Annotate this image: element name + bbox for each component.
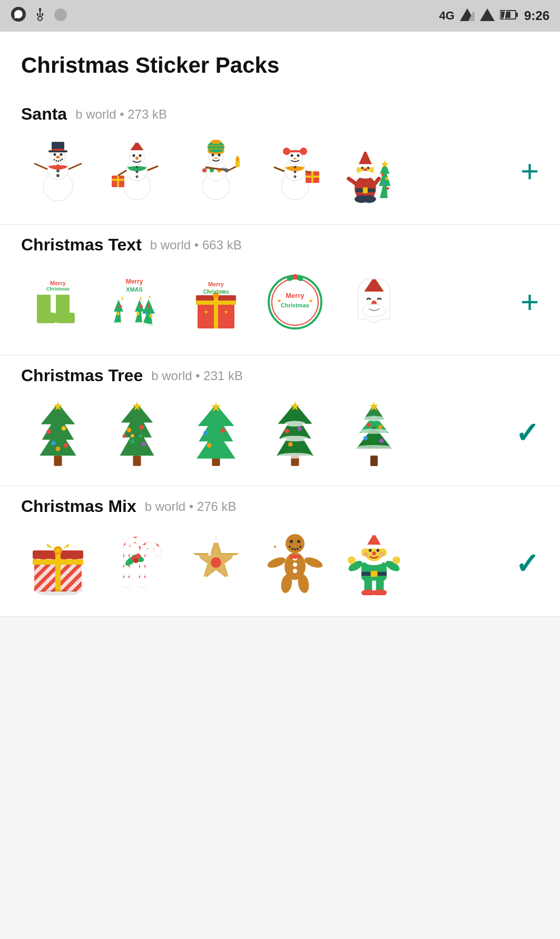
svg-point-106 (362, 195, 376, 203)
sticker-christmas-badge: Merry Christmas ✦ ✦ (258, 265, 332, 339)
svg-text:Merry: Merry (50, 280, 66, 286)
svg-point-237 (294, 548, 296, 550)
svg-rect-80 (306, 176, 319, 178)
svg-point-250 (373, 589, 387, 595)
empty-area (0, 617, 560, 939)
svg-point-167 (127, 428, 132, 432)
svg-point-161 (51, 441, 56, 446)
sticker-snowman3 (179, 134, 253, 208)
svg-line-45 (118, 170, 126, 176)
svg-rect-94 (363, 187, 368, 193)
svg-point-130 (110, 322, 129, 327)
svg-point-30 (56, 174, 60, 177)
pack-christmas-mix: Christmas Mix b world • 276 kB (0, 486, 560, 617)
svg-point-20 (54, 153, 56, 156)
svg-point-125 (147, 305, 150, 308)
pack-text-action[interactable]: + (520, 286, 539, 318)
svg-line-32 (68, 163, 82, 169)
svg-point-49 (136, 176, 139, 178)
circle-icon (54, 8, 67, 24)
svg-point-123 (140, 305, 143, 308)
svg-point-262 (371, 532, 376, 535)
svg-point-179 (207, 443, 212, 448)
svg-point-90 (382, 182, 386, 185)
pack-santa-name: Santa (21, 104, 67, 124)
svg-text:Christmas: Christmas (46, 286, 70, 292)
svg-point-59 (218, 154, 221, 157)
svg-marker-117 (135, 299, 144, 323)
svg-rect-5 (42, 13, 43, 16)
svg-point-187 (285, 429, 290, 433)
svg-point-242 (293, 569, 297, 573)
svg-rect-261 (365, 545, 384, 548)
svg-point-83 (294, 166, 297, 169)
pack-mix-action: ✓ (515, 547, 539, 580)
svg-point-224 (195, 555, 200, 559)
svg-line-103 (349, 179, 356, 183)
svg-rect-108 (37, 313, 56, 323)
pack-santa-action[interactable]: + (520, 156, 539, 187)
svg-rect-19 (52, 149, 64, 151)
svg-line-65 (227, 166, 237, 171)
pack-mix-header: Christmas Mix b world • 276 kB (21, 497, 539, 516)
time-display: 9:26 (524, 8, 549, 23)
svg-text:XMAS: XMAS (126, 286, 143, 293)
svg-point-236 (291, 548, 293, 550)
svg-point-239 (299, 546, 301, 548)
pack-christmas-text: Christmas Text b world • 663 kB Merry (0, 225, 560, 355)
svg-text:Merry: Merry (208, 281, 224, 287)
svg-text:Merry: Merry (126, 278, 143, 285)
svg-point-75 (291, 154, 293, 157)
pack-christmas-tree: Christmas Tree b world • 231 kB (0, 355, 560, 486)
svg-point-38 (135, 140, 139, 143)
svg-point-25 (58, 160, 60, 162)
svg-point-73 (283, 148, 290, 155)
pack-santa: Santa b world • 273 kB (0, 94, 560, 225)
svg-text:✦: ✦ (308, 297, 313, 305)
signal-icon-2 (480, 8, 495, 24)
svg-point-269 (379, 552, 384, 557)
svg-point-27 (62, 159, 63, 160)
svg-point-47 (136, 166, 139, 169)
svg-point-249 (361, 589, 375, 595)
svg-rect-136 (196, 301, 236, 305)
pack-tree-name: Christmas Tree (21, 366, 143, 385)
svg-point-127 (149, 314, 152, 317)
pack-mix-stickers: ✓ (21, 527, 539, 601)
sticker-tree4 (258, 396, 332, 470)
svg-point-121 (119, 305, 122, 308)
svg-point-40 (139, 154, 142, 157)
svg-point-216 (133, 558, 139, 563)
svg-point-85 (294, 176, 297, 178)
svg-point-122 (116, 312, 120, 315)
svg-point-183 (285, 421, 306, 427)
pack-text-add-button[interactable]: + (520, 286, 539, 318)
pack-text-header: Christmas Text b world • 663 kB (21, 235, 539, 255)
pack-text-name: Christmas Text (21, 235, 142, 255)
svg-point-267 (372, 551, 376, 555)
svg-marker-9 (480, 8, 495, 21)
svg-point-169 (130, 439, 135, 444)
svg-text:✦: ✦ (277, 297, 282, 305)
sticker-elf (337, 527, 411, 601)
svg-point-124 (136, 312, 140, 315)
svg-marker-116 (121, 296, 123, 299)
sticker-santa-tree (337, 134, 411, 208)
pack-santa-stickers: + (21, 134, 539, 208)
svg-point-159 (46, 430, 51, 434)
svg-line-31 (34, 163, 47, 169)
pack-text-meta: b world • 663 kB (150, 238, 242, 253)
svg-point-196 (355, 445, 393, 450)
svg-point-100 (367, 167, 370, 169)
pack-tree-check-icon: ✓ (515, 417, 539, 450)
signal-icon (460, 8, 475, 24)
pack-santa-add-button[interactable]: + (520, 156, 539, 187)
svg-rect-190 (370, 456, 378, 466)
svg-text:Merry: Merry (286, 292, 304, 299)
svg-rect-11 (516, 13, 518, 17)
svg-point-225 (208, 553, 211, 556)
svg-point-26 (60, 160, 62, 161)
svg-rect-156 (54, 456, 62, 466)
svg-point-188 (297, 427, 302, 431)
svg-point-185 (278, 453, 312, 459)
